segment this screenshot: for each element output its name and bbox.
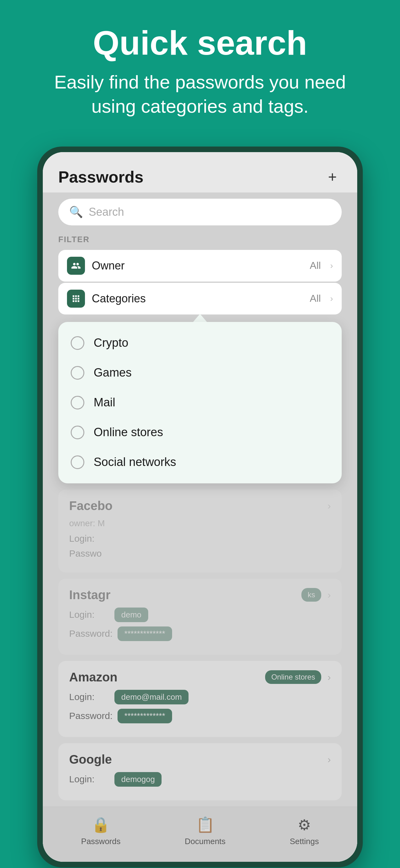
hero-title: Quick search [93,25,307,61]
documents-icon: 📋 [196,816,214,834]
filter-label: FILTER [58,235,342,244]
dropdown-label-online-stores: Online stores [94,426,163,439]
app-header: Passwords + [43,152,357,192]
dropdown-arrow [193,314,207,322]
password-label: Passwo [69,548,109,559]
dropdown-item-mail[interactable]: Mail [58,388,342,417]
card-facebook-login-field: Login: [69,533,331,544]
card-google-title: Google [69,752,112,767]
card-instagram-password-field: Password: ************* [69,626,331,641]
login-label: Login: [69,533,109,544]
gear-icon: ⚙ [298,816,311,834]
card-google-chevron: › [328,754,331,765]
cards-section: Facebo › owner: M Login: Passwo [43,483,357,800]
card-amazon-password-field: Password: ************* [69,709,331,723]
bottom-nav: 🔒 Passwords 📋 Documents ⚙ Settings [43,807,357,862]
card-facebook[interactable]: Facebo › owner: M Login: Passwo [58,490,342,572]
card-facebook-password-field: Passwo [69,548,331,559]
owner-icon [67,257,85,275]
dropdown-label-social-networks: Social networks [94,456,176,469]
card-google-login-value: demogog [114,772,162,787]
filter-section: FILTER Owner All › [43,235,357,322]
categories-dropdown: Crypto Games Mail Online stores [58,322,342,483]
nav-settings[interactable]: ⚙ Settings [290,816,319,846]
search-icon: 🔍 [69,206,83,219]
app-title: Passwords [58,168,143,186]
card-amazon-login-field: Login: demo@mail.com [69,690,331,704]
radio-crypto[interactable] [71,336,84,350]
card-instagram-password-value: ************* [118,626,172,641]
nav-documents[interactable]: 📋 Documents [185,816,226,846]
card-amazon-password-value: ************* [118,709,172,723]
card-facebook-title: Facebo [69,499,112,513]
nav-documents-label: Documents [185,837,226,846]
nav-passwords[interactable]: 🔒 Passwords [81,816,121,846]
categories-filter-name: Categories [92,292,303,305]
radio-mail[interactable] [71,396,84,409]
login-label-google: Login: [69,774,109,784]
radio-online-stores[interactable] [71,426,84,439]
radio-games[interactable] [71,366,84,380]
card-instagram-login-value: demo [114,608,148,622]
card-amazon-chevron: › [328,672,331,683]
categories-icon [67,290,85,308]
lock-icon: 🔒 [92,816,110,834]
card-instagram[interactable]: Instagr ks › Login: demo Password: *****… [58,579,342,655]
dropdown-item-online-stores[interactable]: Online stores [58,417,342,447]
owner-filter-name: Owner [92,259,303,272]
add-button[interactable]: + [323,168,342,186]
card-amazon[interactable]: Amazon Online stores › Login: demo@mail.… [58,661,342,737]
phone-screen: Passwords + 🔍 Search FILTER Own [43,152,357,862]
phone-mockup: Passwords + 🔍 Search FILTER Own [37,147,363,867]
categories-filter-value: All [310,293,321,304]
radio-social-networks[interactable] [71,456,84,469]
card-amazon-title: Amazon [69,670,118,684]
card-instagram-login-field: Login: demo [69,608,331,622]
dropdown-label-crypto: Crypto [94,336,128,349]
owner-chevron-icon: › [330,261,333,271]
owner-filter-row[interactable]: Owner All › [58,250,342,282]
card-instagram-chevron: › [328,589,331,601]
card-facebook-owner: owner: M [69,519,331,528]
dropdown-item-games[interactable]: Games [58,358,342,388]
card-instagram-title: Instagr [69,588,110,602]
search-bar[interactable]: 🔍 Search [58,199,342,225]
categories-filter-row[interactable]: Categories All › [58,283,342,314]
card-google[interactable]: Google › Login: demogog [58,743,342,800]
search-placeholder: Search [89,206,124,219]
card-facebook-chevron: › [328,500,331,512]
nav-settings-label: Settings [290,837,319,846]
card-amazon-badge: Online stores [265,670,321,684]
nav-passwords-label: Passwords [81,837,121,846]
owner-filter-value: All [310,260,321,271]
dropdown-label-games: Games [94,366,131,379]
dropdown-label-mail: Mail [94,396,115,409]
app-container: Passwords + 🔍 Search FILTER Own [43,152,357,862]
password-label-amazon: Password: [69,711,112,721]
login-label-amazon: Login: [69,692,109,702]
login-label-insta: Login: [69,610,109,620]
card-instagram-badge: ks [301,588,321,602]
password-label-insta: Password: [69,628,112,639]
card-google-login-field: Login: demogog [69,772,331,787]
hero-subtitle: Easily find the passwords you need using… [29,70,371,119]
categories-chevron-icon: › [330,294,333,304]
dropdown-popup: Crypto Games Mail Online stores [58,322,342,483]
dropdown-item-crypto[interactable]: Crypto [58,328,342,358]
card-amazon-login-value: demo@mail.com [114,690,189,704]
dropdown-item-social-networks[interactable]: Social networks [58,447,342,477]
